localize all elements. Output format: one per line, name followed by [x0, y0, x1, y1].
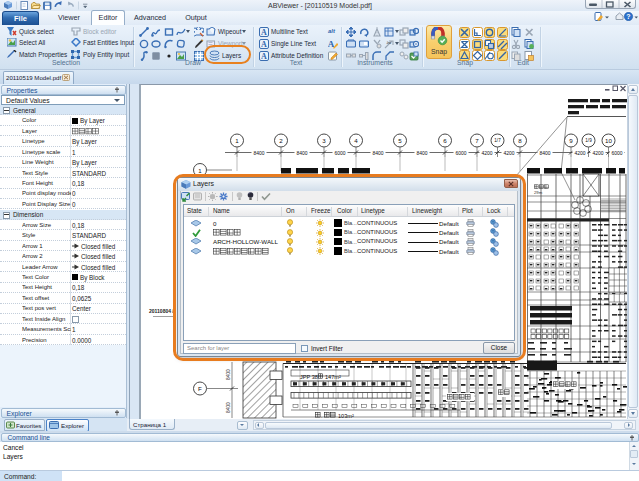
- svg-text:.: .: [321, 413, 323, 419]
- svg-text:29m: 29m: [534, 190, 543, 195]
- svg-text:6000: 6000: [334, 150, 345, 156]
- svg-text:4: 4: [354, 137, 358, 144]
- svg-text:7: 7: [475, 137, 479, 144]
- svg-text:147m²: 147m²: [325, 374, 341, 380]
- svg-text:8400: 8400: [372, 150, 383, 156]
- svg-text:JPP 38: JPP 38: [300, 374, 318, 380]
- svg-text:1: 1: [235, 137, 239, 144]
- svg-text:5: 5: [398, 137, 402, 144]
- svg-text:103m²: 103m²: [338, 413, 354, 419]
- svg-text:6000: 6000: [611, 150, 622, 156]
- svg-text:4200: 4200: [503, 150, 514, 156]
- svg-text:A: A: [261, 52, 267, 61]
- svg-text:1/9: 1/9: [585, 138, 592, 143]
- svg-text:4200: 4200: [481, 150, 492, 156]
- svg-text:10: 10: [605, 137, 612, 144]
- svg-text:?: ?: [626, 13, 630, 20]
- svg-text:8400: 8400: [253, 150, 264, 156]
- svg-text:3: 3: [322, 137, 326, 144]
- svg-text:8400: 8400: [296, 150, 307, 156]
- svg-text:8400: 8400: [226, 402, 231, 413]
- svg-text:6: 6: [443, 137, 447, 144]
- svg-text:4200: 4200: [592, 150, 603, 156]
- svg-text:9: 9: [569, 137, 573, 144]
- svg-text:20110804 /: 20110804 /: [149, 308, 174, 314]
- svg-text:2: 2: [279, 137, 283, 144]
- svg-text:8400: 8400: [539, 150, 550, 156]
- svg-text:8400: 8400: [416, 150, 427, 156]
- svg-text:A: A: [261, 28, 267, 37]
- svg-text:A: A: [261, 40, 267, 49]
- svg-text:8400: 8400: [226, 369, 231, 380]
- svg-text:6000: 6000: [455, 150, 466, 156]
- svg-text:4200: 4200: [574, 150, 585, 156]
- svg-text:8: 8: [518, 137, 522, 144]
- svg-text:F: F: [198, 385, 202, 392]
- svg-text:1/7: 1/7: [494, 138, 501, 143]
